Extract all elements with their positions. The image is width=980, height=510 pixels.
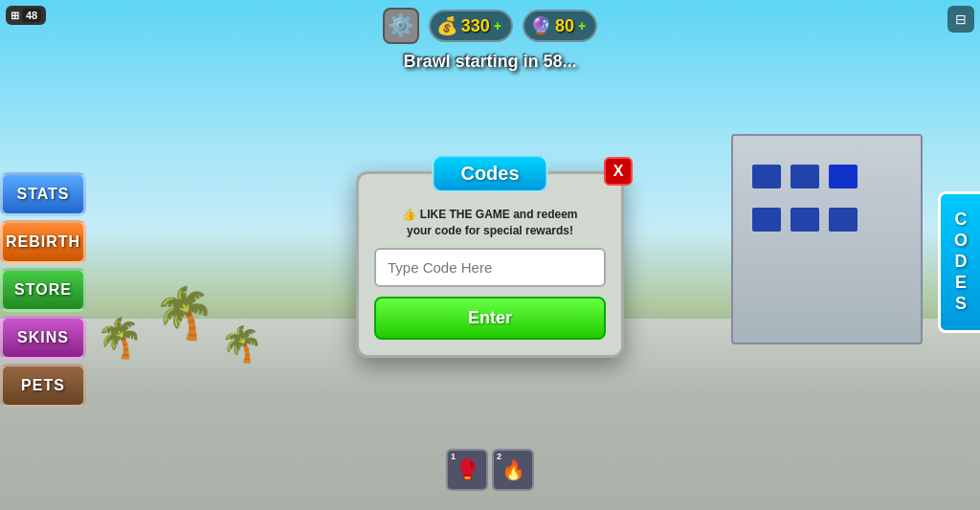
modal-title-bar: Codes <box>432 155 547 192</box>
modal-description-text: 👍 LIKE THE GAME and redeemyour code for … <box>402 208 577 237</box>
codes-modal: Codes X 👍 LIKE THE GAME and redeemyour c… <box>356 171 624 359</box>
modal-overlay: Codes X 👍 LIKE THE GAME and redeemyour c… <box>0 0 980 510</box>
enter-button[interactable]: Enter <box>374 297 606 340</box>
code-input[interactable] <box>374 248 606 287</box>
modal-close-button[interactable]: X <box>604 157 633 186</box>
modal-description: 👍 LIKE THE GAME and redeemyour code for … <box>374 203 606 249</box>
